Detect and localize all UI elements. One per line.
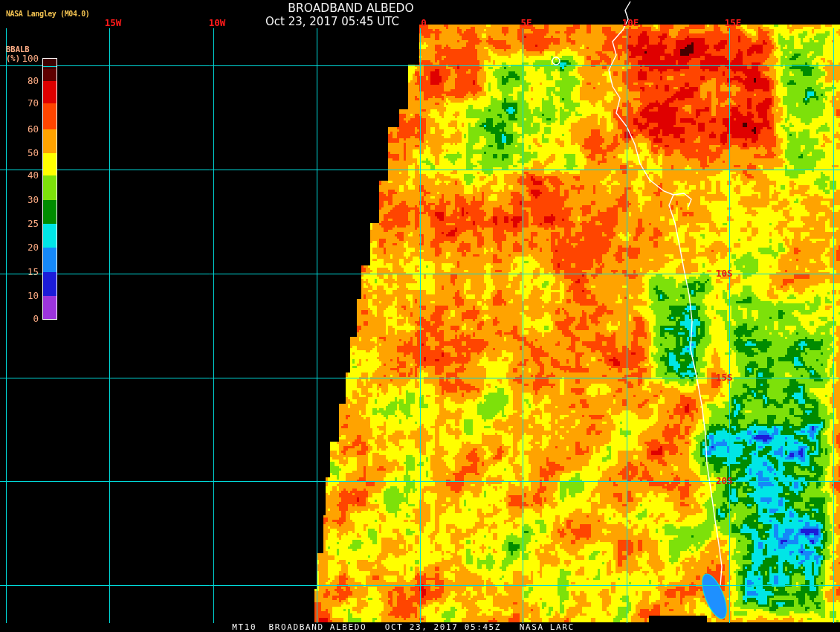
legend-tick-100: 100 (0, 53, 39, 64)
lat-label-10S: 10S (716, 268, 733, 279)
legend-segment-11 (43, 296, 56, 319)
lat-label-15S: 15S (716, 372, 733, 383)
legend-segment-4 (43, 129, 56, 153)
legend-tick-40: 40 (0, 170, 39, 181)
lat-label-20S: 20S (716, 475, 733, 486)
legend-tick-80: 80 (0, 75, 39, 86)
legend-tick-60: 60 (0, 123, 39, 135)
legend-segment-7 (43, 200, 56, 224)
page-title: BROADBAND ALBEDO (288, 1, 413, 15)
albedo-map-view: NASA Langley (M04.0) BROADBAND ALBEDO Oc… (0, 0, 840, 632)
legend-segment-1 (43, 69, 56, 81)
legend-segment-3 (43, 103, 56, 129)
lon-label-10W: 10W (209, 17, 226, 28)
legend-segment-6 (43, 175, 56, 200)
legend-segment-9 (43, 248, 56, 272)
legend-colorbar (42, 58, 57, 320)
lon-label-10E: 10E (622, 17, 639, 28)
legend-tick-20: 20 (0, 242, 39, 253)
legend-segment-2 (43, 81, 56, 103)
status-bar: MT10 BROADBAND ALBEDO OCT 23, 2017 05:45… (0, 622, 807, 632)
legend-segment-0 (43, 59, 56, 69)
legend-tick-10: 10 (0, 290, 39, 301)
grid-crossing-line (43, 66, 56, 67)
legend-segment-10 (43, 272, 56, 296)
legend-tick-15: 15 (0, 266, 39, 277)
legend-segment-5 (43, 153, 56, 175)
lon-label-15E: 15E (725, 17, 742, 28)
legend-tick-70: 70 (0, 97, 39, 109)
timestamp: Oct 23, 2017 05:45 UTC (265, 15, 399, 28)
lon-label-5E: 5E (520, 17, 532, 28)
legend-tick-30: 30 (0, 194, 39, 205)
lon-label-0: 0 (421, 17, 427, 28)
legend-tick-0: 0 (0, 313, 39, 324)
albedo-map-canvas (0, 0, 840, 632)
legend-tick-50: 50 (0, 147, 39, 158)
lon-label-15W: 15W (105, 17, 122, 28)
legend-tick-25: 25 (0, 218, 39, 229)
source-label: NASA Langley (M04.0) (6, 10, 89, 18)
legend-segment-8 (43, 224, 56, 248)
